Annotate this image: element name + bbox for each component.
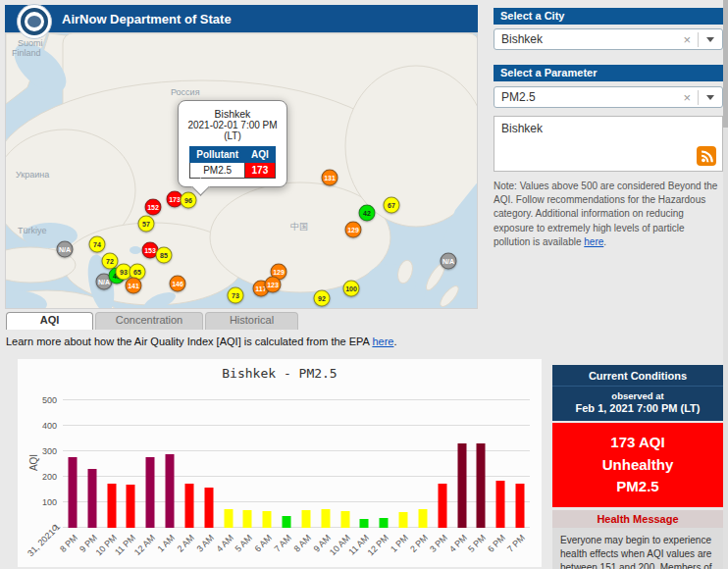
chevron-down-icon[interactable]: [706, 95, 714, 100]
aqi-bar: [107, 484, 116, 529]
aqi-marker[interactable]: 67: [384, 197, 400, 214]
aqi-marker[interactable]: 57: [138, 216, 155, 233]
aqi-bar: [380, 518, 389, 528]
tab-historical[interactable]: Historical: [205, 312, 298, 330]
select-parameter-header: Select a Parameter: [494, 65, 723, 81]
rss-feed-button[interactable]: [697, 146, 716, 166]
page-scrollbar[interactable]: [723, 0, 728, 569]
chart-plot: 0100200300400500: [63, 400, 530, 528]
aqi-category: Unhealthy: [552, 454, 723, 477]
x-tick-label: 12 AM: [132, 533, 157, 557]
aqi-marker[interactable]: N/A: [57, 241, 74, 258]
x-tick-label: 4 AM: [214, 533, 235, 554]
aqi-bar: [457, 443, 466, 528]
dos-seal-emblem-icon: [21, 8, 48, 35]
tab-concentration[interactable]: Concentration: [95, 312, 203, 330]
dos-seal-logo: [17, 4, 52, 39]
current-conditions-title: Current Conditions: [552, 365, 723, 387]
map-country-label: Украина: [16, 170, 49, 180]
aqi-marker[interactable]: 92: [314, 290, 331, 307]
popup-col-pollutant: Pollutant: [190, 147, 245, 163]
aqi-marker[interactable]: 123: [265, 277, 282, 293]
aqi-bar: [438, 484, 446, 528]
parameter-select[interactable]: PM2.5 ×: [494, 86, 723, 108]
aqi-bar: [243, 510, 252, 528]
aqi-marker[interactable]: 100: [343, 281, 360, 297]
tab-bar: AQIConcentrationHistorical: [6, 312, 298, 330]
x-tick-label: 4 PM: [447, 533, 469, 554]
y-tick-label: 500: [29, 395, 57, 405]
aqi-bar: [283, 516, 291, 528]
clear-parameter-icon[interactable]: ×: [676, 90, 699, 105]
note-here-link[interactable]: here: [584, 236, 603, 247]
aqi-value: 173 AQI: [552, 432, 723, 454]
map-popup: Bishkek 2021-02-01 7:00 PM (LT) Pollutan…: [178, 100, 287, 187]
aqi-summary-box: 173 AQI Unhealthy PM2.5: [552, 423, 723, 507]
aqi-bar: [127, 485, 135, 528]
x-tick-label: 1 AM: [156, 533, 178, 554]
aqi-map[interactable]: SuomiFinlandРоссияУкраинаTürkiye中国 13115…: [5, 32, 478, 309]
x-tick-label: 6 AM: [253, 533, 275, 554]
x-tick-label: 7 AM: [273, 533, 294, 554]
aqi-marker[interactable]: 131: [322, 170, 338, 186]
aqi-parameter: PM2.5: [552, 476, 723, 498]
map-country-label: 中国: [290, 221, 308, 233]
aqi-bar: [224, 509, 233, 529]
x-tick-label: 2 PM: [408, 533, 430, 554]
aqi-marker[interactable]: 42: [359, 205, 376, 222]
aqi-bar: [340, 511, 349, 528]
feed-box: Bishkek: [494, 116, 723, 172]
city-select[interactable]: Bishkek ×: [494, 28, 723, 50]
aqi-bar: [263, 511, 272, 528]
aqi-bar: [87, 469, 96, 528]
aqi-marker[interactable]: 152: [145, 199, 162, 216]
aqi-bar: [360, 519, 369, 528]
select-city-header: Select a City: [494, 8, 723, 25]
map-country-label: Suomi: [18, 38, 43, 48]
aqi-marker[interactable]: 141: [126, 278, 142, 294]
app-header: AirNow Department of State: [5, 5, 478, 32]
city-select-value: Bishkek: [501, 32, 543, 46]
aqi-marker[interactable]: N/A: [441, 253, 457, 270]
map-country-label: Türkiye: [18, 226, 47, 235]
aqi-chart: Bishkek - PM2.5 AQI 0100200300400500 8 P…: [18, 359, 542, 567]
aqi-bar: [184, 484, 193, 529]
epa-here-link[interactable]: here: [372, 336, 393, 347]
aqi-marker[interactable]: 129: [345, 222, 362, 238]
aqi-bar: [418, 509, 427, 529]
aqi-marker[interactable]: 74: [89, 236, 106, 253]
aqi-bar: [516, 484, 525, 528]
x-tick-label: 8 PM: [58, 533, 79, 554]
x-tick-label: 10 PM: [93, 533, 118, 557]
x-tick-label: 11 PM: [113, 533, 137, 557]
aqi-bar: [166, 454, 175, 528]
map-country-label: Россия: [171, 87, 200, 97]
tab-aqi[interactable]: AQI: [6, 312, 93, 330]
aqi-marker[interactable]: 85: [156, 247, 173, 264]
gridline: [63, 425, 530, 426]
map-country-label: Finland: [12, 48, 41, 58]
aqi-bar: [321, 509, 330, 528]
x-tick-label: 10 AM: [328, 533, 352, 557]
y-tick-label: 300: [29, 446, 57, 456]
aqi-bar: [301, 510, 310, 528]
popup-col-aqi: AQI: [245, 147, 276, 163]
aqi-marker[interactable]: 146: [170, 276, 186, 292]
y-axis-label: AQI: [28, 454, 39, 471]
chart-title: Bishkek - PM2.5: [18, 359, 542, 381]
aqi-marker[interactable]: 73: [228, 287, 244, 304]
aqi-bar: [146, 457, 155, 528]
x-tick-label: 1 PM: [389, 533, 410, 554]
x-tick-label: 8 AM: [291, 533, 313, 554]
parameter-select-value: PM2.5: [501, 90, 536, 104]
clear-city-icon[interactable]: ×: [676, 32, 699, 47]
popup-pollutant-value: PM2.5: [190, 163, 245, 179]
x-tick-label: 6 PM: [486, 533, 507, 554]
note-text: Note: Values above 500 are considered Be…: [494, 180, 723, 249]
chart-xaxis: 8 PM9 PM10 PM11 PM12 AM1 AM2 AM3 AM4 AM5…: [63, 530, 530, 563]
chevron-down-icon[interactable]: [706, 37, 714, 42]
aqi-marker[interactable]: 96: [181, 192, 197, 209]
note-suffix: .: [603, 236, 606, 247]
aqi-bar: [477, 443, 486, 528]
aqi-bar: [399, 512, 408, 528]
